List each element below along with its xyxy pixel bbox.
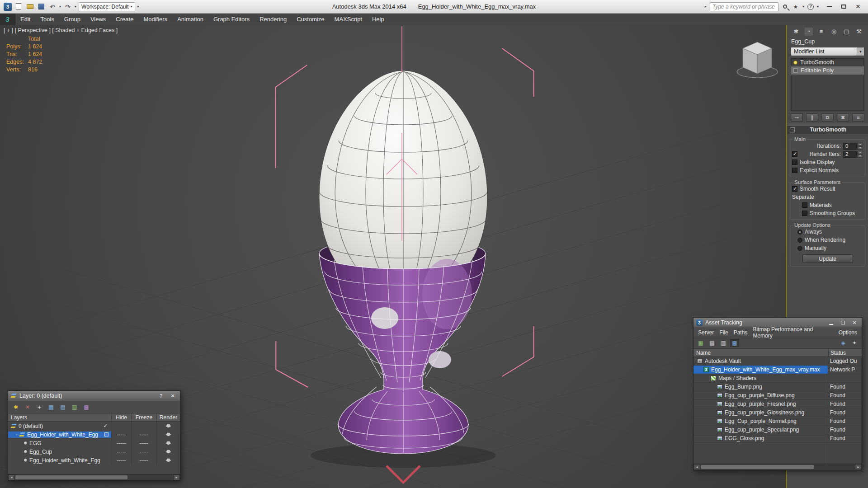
menu-maxscript[interactable]: MAXScript xyxy=(330,14,367,25)
column-render[interactable]: Render xyxy=(156,413,180,421)
scroll-right-icon[interactable] xyxy=(173,474,180,480)
pin-stack-button[interactable] xyxy=(791,113,803,122)
options-button[interactable] xyxy=(850,339,859,347)
close-button[interactable] xyxy=(851,2,865,12)
iterations-spinner[interactable]: 0 xyxy=(843,143,863,150)
iterations-value[interactable]: 0 xyxy=(843,143,857,150)
freeze-cell[interactable]: ----- xyxy=(131,447,156,456)
render-iters-spinner[interactable]: 2 xyxy=(843,151,863,158)
menu-modifiers[interactable]: Modifiers xyxy=(138,14,172,25)
asset-row[interactable]: Maps / Shaders xyxy=(693,374,862,383)
help-icon[interactable]: ? xyxy=(807,4,814,10)
layer-row[interactable]: 0 (default) xyxy=(8,422,180,430)
undo-caret-icon[interactable] xyxy=(59,5,61,9)
freeze-cell[interactable]: ----- xyxy=(131,456,156,465)
maximize-button[interactable] xyxy=(836,2,851,12)
search-icon[interactable] xyxy=(782,3,789,10)
asset-row[interactable]: Egg_Bump.png Found xyxy=(693,383,862,391)
menu-edit[interactable]: Edit xyxy=(15,14,35,25)
tab-utilities[interactable] xyxy=(854,27,863,36)
menu-rendering[interactable]: Rendering xyxy=(255,14,292,25)
lightbulb-icon[interactable] xyxy=(793,61,797,65)
column-freeze[interactable]: Freeze xyxy=(131,413,156,421)
tab-motion[interactable] xyxy=(829,27,838,36)
menu-server[interactable]: Server xyxy=(695,329,717,336)
favorites-icon[interactable] xyxy=(792,3,799,10)
search-input[interactable] xyxy=(710,2,778,11)
freeze-cell[interactable] xyxy=(131,422,156,430)
grid-view-button[interactable] xyxy=(730,339,739,347)
menu-animation[interactable]: Animation xyxy=(172,14,208,25)
update-button[interactable]: Update xyxy=(802,254,853,263)
spin-up-icon[interactable] xyxy=(857,143,863,146)
menu-customize[interactable]: Customize xyxy=(292,14,329,25)
layer-row[interactable]: Egg_Holder_with_White_Egg ----- ----- xyxy=(8,456,180,465)
highlight-button[interactable] xyxy=(839,339,848,347)
close-button[interactable] xyxy=(168,392,177,399)
render-cell[interactable] xyxy=(156,422,180,430)
table-view-button[interactable] xyxy=(696,339,705,347)
workspace-selector[interactable]: Workspace: Default xyxy=(79,2,135,11)
layer-dialog-titlebar[interactable]: Layer: 0 (default) xyxy=(8,391,180,401)
object-name-field[interactable]: Egg_Cup xyxy=(787,37,868,46)
horizontal-scrollbar[interactable] xyxy=(8,474,180,480)
menu-bitmap-performance[interactable]: Bitmap Performance and Memory xyxy=(750,326,835,339)
close-button[interactable] xyxy=(850,319,859,326)
spin-down-icon[interactable] xyxy=(857,146,863,150)
spin-up-icon[interactable] xyxy=(857,151,863,154)
render-iters-checkbox[interactable] xyxy=(792,151,797,157)
menu-graph-editors[interactable]: Graph Editors xyxy=(208,14,255,25)
show-end-result-button[interactable] xyxy=(806,113,818,122)
qat-overflow-icon[interactable] xyxy=(137,5,139,9)
asset-row[interactable]: Egg_cup_purple_Specular.png Found xyxy=(693,426,862,434)
layer-row[interactable]: Egg_Holder_with_White_Egg ----- ----- xyxy=(8,430,180,439)
minimize-button[interactable] xyxy=(826,319,835,326)
render-cell[interactable] xyxy=(156,430,180,439)
column-name[interactable]: Name xyxy=(693,350,828,356)
hide-cell[interactable]: ----- xyxy=(111,456,131,465)
hide-cell[interactable]: ----- xyxy=(111,439,131,447)
asset-row[interactable]: Egg_cup_purple_Diffuse.png Found xyxy=(693,391,862,400)
menu-create[interactable]: Create xyxy=(111,14,138,25)
help-button[interactable] xyxy=(156,392,165,399)
render-cell[interactable] xyxy=(156,439,180,447)
menu-options[interactable]: Options xyxy=(836,329,860,336)
menu-paths[interactable]: Paths xyxy=(731,329,750,336)
asset-row[interactable]: 3Egg_Holder_with_White_Egg_max_vray.max … xyxy=(693,366,862,374)
search-expand-icon[interactable] xyxy=(705,5,707,9)
asset-row[interactable]: Egg_cup_purple_Fresnel.png Found xyxy=(693,400,862,408)
make-unique-button[interactable] xyxy=(821,113,834,122)
menu-views[interactable]: Views xyxy=(85,14,111,25)
rollout-header-turbosmooth[interactable]: TurboSmooth xyxy=(787,125,868,134)
scrollbar-thumb[interactable] xyxy=(701,465,814,469)
list-view-button[interactable] xyxy=(708,339,717,347)
configure-modifier-sets-button[interactable] xyxy=(852,113,864,122)
isoline-display-checkbox[interactable] xyxy=(792,160,797,165)
search-options-caret-icon[interactable] xyxy=(802,5,804,9)
hide-layer-button[interactable] xyxy=(70,403,79,411)
hide-cell[interactable] xyxy=(111,422,131,430)
stack-item-turbosmooth[interactable]: TurboSmooth xyxy=(791,58,864,66)
tab-display[interactable] xyxy=(842,27,851,36)
scroll-right-icon[interactable] xyxy=(855,464,862,470)
column-status[interactable]: Status xyxy=(828,349,862,357)
column-layers[interactable]: Layers xyxy=(8,414,111,421)
new-file-button[interactable] xyxy=(14,2,23,11)
scrollbar-thumb[interactable] xyxy=(15,475,127,479)
column-hide[interactable]: Hide xyxy=(111,413,131,421)
menu-file[interactable]: File xyxy=(717,329,731,336)
freeze-layer-button[interactable] xyxy=(82,403,91,411)
redo-caret-icon[interactable] xyxy=(75,5,76,9)
max-logo-button[interactable]: 3 xyxy=(0,14,15,25)
layer-color-box[interactable] xyxy=(104,432,108,436)
explicit-normals-checkbox[interactable] xyxy=(792,168,797,173)
open-file-button[interactable] xyxy=(25,2,34,11)
stack-item-editable-poly[interactable]: Editable Poly xyxy=(791,66,864,75)
always-radio[interactable] xyxy=(797,230,802,235)
asset-row[interactable]: EGG_Gloss.png Found xyxy=(693,434,862,443)
hide-cell[interactable]: ----- xyxy=(111,447,131,456)
hide-cell[interactable]: ----- xyxy=(111,430,131,439)
add-to-layer-button[interactable] xyxy=(35,403,44,411)
save-file-button[interactable] xyxy=(37,2,46,11)
delete-layer-button[interactable] xyxy=(23,403,32,411)
